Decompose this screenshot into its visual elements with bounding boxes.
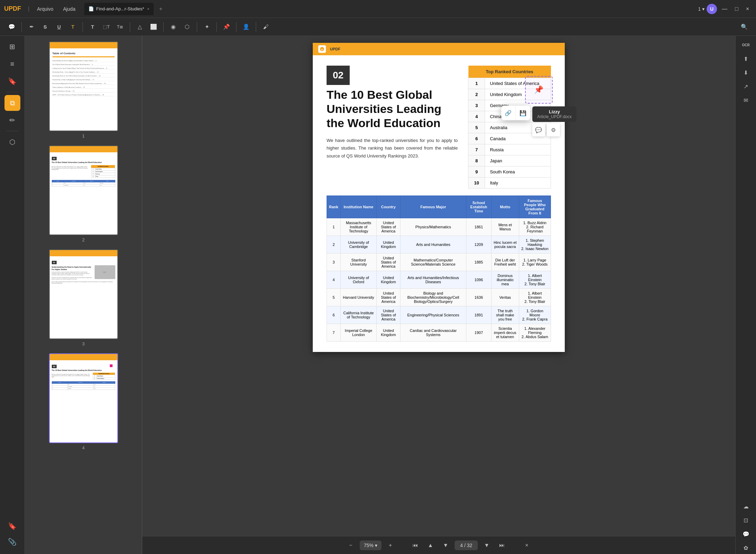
sidebar-text-btn[interactable]: ≡ xyxy=(4,56,20,72)
tab-title: Find-and-Ap...r-Studies* xyxy=(96,6,144,11)
page-first-btn[interactable]: ⏮ xyxy=(409,539,421,552)
zoom-dropdown-icon[interactable]: ▾ xyxy=(375,543,377,548)
thumb-page-3[interactable]: 01 Understanding the Need to Apply Inter… xyxy=(49,249,118,339)
close-btn[interactable]: × xyxy=(743,4,752,13)
cloud-btn[interactable]: ☁ xyxy=(740,500,752,513)
underline-tool-btn[interactable]: U xyxy=(53,21,65,33)
import-btn[interactable]: ⬆ xyxy=(740,52,752,65)
zoom-out-btn[interactable]: − xyxy=(345,539,357,552)
uni-r7-rank: 7 xyxy=(327,324,341,342)
thumb1-item-7: Reviewing the Application Period and Off… xyxy=(52,82,115,85)
pen-tool-btn[interactable]: ✒ xyxy=(25,21,38,33)
menu-arquivo[interactable]: Arquivo xyxy=(33,5,57,13)
shape-tool-btn[interactable]: △ xyxy=(134,21,146,33)
thumb1-item-9: Famous Institutions in Europe .... 24 xyxy=(52,90,115,93)
uni-r1-name: Massachusetts Institute of Technology xyxy=(340,218,376,236)
uni-r7-country: United Kingdom xyxy=(377,324,400,342)
close-bottom-btn[interactable]: × xyxy=(521,539,533,552)
sidebar-sep-2 xyxy=(6,131,19,131)
thumb-page-4[interactable]: 02 The 10 Best Global Universities Leadi… xyxy=(49,353,118,443)
ocr-btn[interactable]: OCR xyxy=(740,39,752,51)
thumb1-item-2: The 10 Best Global Universities Leading … xyxy=(52,63,115,66)
float-tooltip-name: Lizzy xyxy=(537,109,572,114)
scan-btn[interactable]: ⊡ xyxy=(740,514,752,526)
text-tool-btn[interactable]: T xyxy=(86,21,99,33)
thumb-page-2[interactable]: 02 The 10 Best Global Universities Leadi… xyxy=(49,145,118,235)
sidebar-pages-btn[interactable]: ⊞ xyxy=(4,39,20,55)
uni-r6-est: 1891 xyxy=(466,306,491,324)
thumb4-section-num: 02 xyxy=(52,365,57,368)
uni-r1-motto: Mens et Manus xyxy=(491,218,519,236)
app-logo: UPDF xyxy=(4,5,21,12)
float-link-btn[interactable]: 🔗 xyxy=(501,106,516,120)
page-nav-chevron[interactable]: ▾ xyxy=(702,6,705,12)
thumb3-title: Understanding the Need to Apply Internat… xyxy=(52,266,92,270)
pdf-updf-header: U UPDF xyxy=(313,43,565,55)
uni-r6-rank: 6 xyxy=(327,306,341,324)
tool-separator-4 xyxy=(163,22,164,32)
brush-tool-btn[interactable]: ⬡ xyxy=(181,21,193,33)
float-comment-btn[interactable]: 💬 xyxy=(532,123,545,136)
textbox-tool-btn[interactable]: ⬚T xyxy=(100,21,113,33)
sidebar-bookmarks-btn[interactable]: 🔖 xyxy=(4,73,20,89)
page-prev2-btn[interactable]: ▼ xyxy=(439,539,452,552)
thumb-item-1: Table of Contents Understanding the Need… xyxy=(29,41,138,138)
thumb1-item-5: Scholarship Rules for the 10 Best Global… xyxy=(52,75,115,77)
float-settings-btn[interactable]: ⚙ xyxy=(547,123,560,136)
tool-separator-6 xyxy=(216,22,217,32)
comment-tool-btn[interactable]: 💬 xyxy=(6,21,18,33)
strikethrough-tool-btn[interactable]: S xyxy=(39,21,51,33)
comment-panel-btn[interactable]: 💬 xyxy=(740,528,752,540)
maximize-btn[interactable]: □ xyxy=(732,4,741,13)
thumb1-item-4: Scholarship Rules – How to Apply For One… xyxy=(52,71,115,74)
color-fill-tool-btn[interactable]: ◉ xyxy=(167,21,180,33)
person-tool-btn[interactable]: 👤 xyxy=(240,21,252,33)
page-prev-btn[interactable]: ▲ xyxy=(424,539,437,552)
sidebar-attach-btn[interactable]: 📎 xyxy=(4,534,20,550)
new-tab-btn[interactable]: + xyxy=(159,6,162,12)
page-nav[interactable]: 1 ▾ xyxy=(698,6,705,12)
mail-btn[interactable]: ✉ xyxy=(740,94,752,106)
rank-row-2-num: 2 xyxy=(468,89,485,100)
rank-row-8-num: 8 xyxy=(468,155,485,166)
uni-r3-motto: Die Luft der Freiheit weht xyxy=(491,254,519,271)
thumb-page-1[interactable]: Table of Contents Understanding the Need… xyxy=(49,41,118,131)
callout-tool-btn[interactable]: T≣ xyxy=(114,21,126,33)
page-last-btn[interactable]: ⏭ xyxy=(496,539,508,552)
thumb3-body-2: Duis aute irure dolor in reprehenderit i… xyxy=(52,277,92,280)
user-avatar[interactable]: U xyxy=(707,4,717,14)
stamp-tool-btn[interactable]: ✦ xyxy=(201,21,213,33)
float-tooltip: Lizzy Article_UPDF.docx xyxy=(532,106,576,122)
float-save-btn[interactable]: 💾 xyxy=(516,106,530,120)
sidebar-drawing-btn[interactable]: ✏ xyxy=(4,112,20,128)
export-btn[interactable]: ⬇ xyxy=(740,66,752,79)
page-next-btn[interactable]: ▼ xyxy=(481,539,493,552)
section-body-text: We have outlined the top-ranked universi… xyxy=(327,137,458,160)
sidebar-bookmark2-btn[interactable]: 🔖 xyxy=(4,518,20,534)
erase-tool-btn[interactable]: ⬜ xyxy=(147,21,160,33)
uni-r3-famous: 1. Larry Page2. Tiger Woods xyxy=(519,254,551,271)
uni-col-major: Famous Major xyxy=(400,196,466,218)
flower-btn[interactable]: ✿ xyxy=(740,542,752,554)
sidebar-layers-btn[interactable]: ⬡ xyxy=(4,134,20,150)
uni-r1-est: 1861 xyxy=(466,218,491,236)
minimize-btn[interactable]: — xyxy=(719,4,730,13)
brush2-tool-btn[interactable]: 🖌 xyxy=(260,21,272,33)
tab-active[interactable]: 📄 Find-and-Ap...r-Studies* × xyxy=(84,3,153,15)
uni-col-famous: Famous People Who Graduated From It xyxy=(519,196,551,218)
thumb3-body-1: Lorem ipsum dolor sit amet consectetur a… xyxy=(52,271,92,276)
zoom-in-btn[interactable]: + xyxy=(384,539,397,552)
highlight-tool-btn[interactable]: T xyxy=(67,21,79,33)
uni-row-6: 6 California Institute of Technology Uni… xyxy=(327,306,551,324)
uni-r1-country: United States of America xyxy=(377,218,400,236)
updf-brand-label: UPDF xyxy=(330,47,340,51)
zoom-level: 75% xyxy=(364,543,374,548)
menu-ajuda[interactable]: Ajuda xyxy=(60,5,79,13)
share-btn[interactable]: ↗ xyxy=(740,80,752,93)
float-toolbar: 📌 🔗 💾 Lizzy Article_UPDF.docx 💬 ⚙ xyxy=(501,76,576,136)
uni-r1-rank: 1 xyxy=(327,218,341,236)
search-tool-btn[interactable]: 🔍 xyxy=(738,21,750,33)
tab-close-btn[interactable]: × xyxy=(147,7,149,11)
pin-tool-btn[interactable]: 📌 xyxy=(220,21,233,33)
sidebar-thumbnail-btn[interactable]: ⧉ xyxy=(4,95,20,111)
